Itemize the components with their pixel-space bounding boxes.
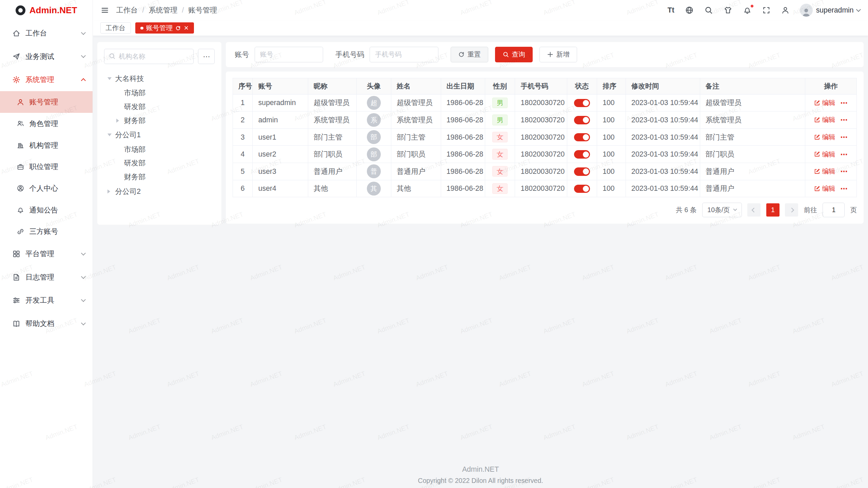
page-size-select[interactable]: 10条/页: [702, 203, 742, 217]
caret-down-icon[interactable]: [107, 134, 112, 136]
sidebar-item-organization[interactable]: 机构管理: [0, 135, 93, 156]
table-row: 6 user4 其他 其 其他 1986-06-28 女 18020030720…: [233, 180, 857, 197]
status-toggle[interactable]: [574, 150, 590, 158]
tree-node[interactable]: 市场部: [104, 144, 215, 155]
sliders-icon: [12, 296, 20, 304]
tab-account-management[interactable]: 账号管理: [135, 22, 194, 34]
font-size-icon[interactable]: Tt: [668, 6, 674, 14]
sidebar-item-notice[interactable]: 通知公告: [0, 199, 93, 221]
theme-icon[interactable]: [724, 6, 732, 15]
edit-button[interactable]: 编辑: [814, 133, 835, 142]
sidebar-item-system-management[interactable]: 系统管理: [0, 68, 93, 92]
col-name: 姓名: [391, 78, 441, 94]
sidebar-item-workbench[interactable]: 工作台: [0, 22, 93, 45]
sidebar-item-platform[interactable]: 平台管理: [0, 242, 93, 266]
sidebar-item-label: 业务测试: [25, 52, 77, 61]
tree-more-button[interactable]: ⋯: [198, 49, 215, 64]
sidebar-item-business-test[interactable]: 业务测试: [0, 45, 93, 68]
sidebar-item-label: 个人中心: [29, 184, 58, 193]
user-menu[interactable]: superadmin: [800, 4, 860, 17]
table-row: 2 admin 系统管理员 系 系统管理员 1986-06-28 男 18020…: [233, 111, 857, 129]
status-toggle[interactable]: [574, 133, 590, 141]
org-name-search-input[interactable]: [104, 49, 194, 64]
sidebar-item-label: 平台管理: [25, 249, 77, 259]
row-avatar: 部: [367, 130, 381, 144]
pagination-goto-label: 前往: [804, 205, 817, 215]
sidebar-item-label: 日志管理: [25, 272, 77, 282]
tree-node[interactable]: 市场部: [104, 87, 215, 99]
sidebar-item-position[interactable]: 职位管理: [0, 156, 93, 178]
caret-right-icon[interactable]: [107, 189, 110, 194]
table-row: 5 user3 普通用户 普 普通用户 1986-06-28 女 1802003…: [233, 163, 857, 180]
edit-button[interactable]: 编辑: [814, 184, 835, 193]
tree-node[interactable]: 研发部: [104, 101, 215, 113]
col-status: 状态: [567, 78, 597, 94]
breadcrumb-separator: /: [142, 6, 144, 14]
pagination-prev-button[interactable]: [747, 203, 761, 217]
globe-icon[interactable]: [685, 6, 694, 15]
chevron-down-icon: [733, 207, 737, 211]
notification-bell-icon[interactable]: [743, 6, 752, 15]
col-index: 序号: [233, 78, 253, 94]
caret-down-icon[interactable]: [107, 77, 112, 80]
more-actions-button[interactable]: ⋯: [840, 99, 848, 107]
edit-button[interactable]: 编辑: [814, 150, 835, 159]
user-settings-icon[interactable]: [781, 6, 789, 14]
document-icon: [12, 273, 20, 281]
username: superadmin: [816, 6, 854, 14]
search-button[interactable]: 查询: [495, 47, 533, 62]
gender-badge: 女: [492, 166, 507, 177]
more-actions-button[interactable]: ⋯: [840, 150, 848, 159]
tree-node[interactable]: 分公司2: [104, 186, 215, 197]
fullscreen-icon[interactable]: [762, 6, 770, 14]
sidebar-item-third-party[interactable]: 三方账号: [0, 221, 93, 242]
account-input[interactable]: [255, 47, 323, 62]
sidebar-item-profile[interactable]: 个人中心: [0, 178, 93, 199]
edit-button[interactable]: 编辑: [814, 98, 835, 107]
more-actions-button[interactable]: ⋯: [840, 167, 848, 176]
edit-button[interactable]: 编辑: [814, 115, 835, 124]
tab-workbench[interactable]: 工作台: [100, 22, 131, 34]
sidebar-item-help[interactable]: 帮助文档: [0, 312, 93, 336]
gender-badge: 男: [492, 98, 507, 108]
more-actions-button[interactable]: ⋯: [840, 116, 848, 124]
caret-right-icon[interactable]: [116, 119, 119, 123]
tree-node[interactable]: 研发部: [104, 158, 215, 169]
add-button[interactable]: 新增: [539, 47, 577, 62]
sidebar-item-devtools[interactable]: 开发工具: [0, 289, 93, 312]
phone-label: 手机号码: [335, 50, 364, 59]
hamburger-menu-icon[interactable]: [101, 6, 109, 14]
more-actions-button[interactable]: ⋯: [840, 133, 848, 141]
phone-input[interactable]: [370, 47, 438, 62]
breadcrumb-item[interactable]: 工作台: [116, 5, 138, 15]
edit-button[interactable]: 编辑: [814, 167, 835, 176]
query-form: 账号 手机号码 重置 查询 新增: [226, 42, 864, 67]
tree-node[interactable]: 财务部: [104, 115, 215, 126]
gear-icon: [12, 76, 20, 84]
tab-refresh-icon[interactable]: [175, 25, 181, 31]
tree-node[interactable]: 分公司1: [104, 129, 215, 141]
accounts-table: 序号 账号 昵称 头像 姓名 出生日期 性别 手机号码 状态 排序 修改时间: [233, 78, 857, 197]
sidebar-item-account[interactable]: 账号管理: [0, 91, 93, 113]
pagination-next-button[interactable]: [785, 203, 798, 217]
status-toggle[interactable]: [574, 99, 590, 107]
sidebar-item-logs[interactable]: 日志管理: [0, 266, 93, 289]
sidebar-item-role[interactable]: 角色管理: [0, 113, 93, 135]
pagination-page-1[interactable]: 1: [766, 203, 780, 217]
status-toggle[interactable]: [574, 167, 590, 176]
breadcrumb-separator: /: [182, 6, 184, 14]
pagination-goto-input[interactable]: [823, 203, 845, 217]
more-actions-button[interactable]: ⋯: [840, 184, 848, 193]
logo[interactable]: Admin.NET: [0, 0, 93, 20]
col-account: 账号: [253, 78, 308, 94]
user-circle-icon: [17, 184, 24, 192]
search-icon: [108, 53, 116, 60]
tree-node[interactable]: 大名科技: [104, 73, 215, 84]
reset-button[interactable]: 重置: [451, 47, 488, 62]
status-toggle[interactable]: [574, 116, 590, 124]
tree-node[interactable]: 财务部: [104, 171, 215, 183]
breadcrumb-item[interactable]: 系统管理: [149, 5, 177, 15]
search-icon[interactable]: [704, 6, 713, 15]
status-toggle[interactable]: [574, 185, 590, 193]
tab-close-icon[interactable]: [184, 25, 189, 30]
